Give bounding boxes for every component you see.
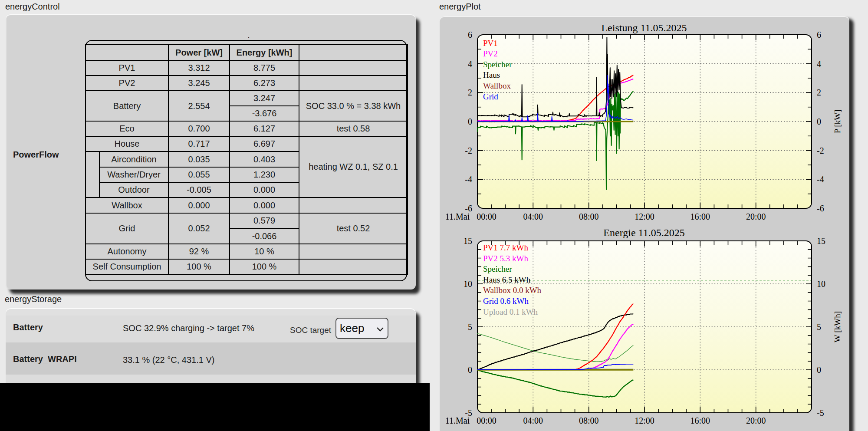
- svg-text:PV2: PV2: [483, 49, 498, 58]
- svg-text:00:00: 00:00: [477, 212, 496, 221]
- svg-text:Grid 0.6 kWh: Grid 0.6 kWh: [483, 296, 529, 306]
- svg-text:-4: -4: [817, 174, 824, 184]
- svg-text:10: 10: [817, 279, 825, 289]
- svg-text:20:00: 20:00: [746, 212, 766, 221]
- svg-text:Haus 6.5 kWh: Haus 6.5 kWh: [483, 275, 531, 284]
- svg-text:10: 10: [464, 279, 472, 289]
- svg-text:Grid: Grid: [483, 92, 498, 101]
- svg-text:-2: -2: [465, 146, 472, 155]
- svg-text:Upload 0.1 kWh: Upload 0.1 kWh: [483, 307, 538, 316]
- svg-text:-6: -6: [817, 204, 824, 213]
- svg-text:P [kW]: P [kW]: [833, 110, 842, 134]
- svg-text:04:00: 04:00: [523, 416, 543, 425]
- svg-text:04:00: 04:00: [523, 212, 543, 221]
- svg-text:-4: -4: [465, 174, 472, 184]
- svg-text:Speicher: Speicher: [483, 264, 512, 273]
- svg-text:0: 0: [468, 365, 472, 375]
- svg-text:5: 5: [817, 322, 821, 332]
- svg-text:2: 2: [468, 88, 472, 97]
- svg-text:16:00: 16:00: [690, 212, 710, 221]
- svg-text:12:00: 12:00: [635, 212, 654, 221]
- svg-text:5: 5: [468, 322, 472, 332]
- svg-text:-2: -2: [817, 146, 824, 155]
- svg-text:W [kWh]: W [kWh]: [833, 311, 842, 342]
- svg-text:08:00: 08:00: [579, 212, 599, 221]
- svg-text:08:00: 08:00: [579, 416, 599, 425]
- svg-text:Wallbox: Wallbox: [483, 81, 511, 90]
- svg-text:00:00: 00:00: [477, 416, 496, 425]
- svg-text:4: 4: [817, 59, 821, 69]
- svg-text:6: 6: [817, 30, 821, 39]
- svg-text:15: 15: [464, 236, 472, 246]
- svg-text:11.Mai: 11.Mai: [445, 212, 470, 221]
- svg-text:4: 4: [468, 59, 472, 69]
- svg-text:0: 0: [817, 365, 821, 375]
- svg-text:PV2 5.3 kWh: PV2 5.3 kWh: [483, 254, 528, 263]
- svg-text:2: 2: [817, 88, 821, 97]
- svg-text:PV1 7.7 kWh: PV1 7.7 kWh: [483, 243, 528, 252]
- svg-text:Energie 11.05.2025: Energie 11.05.2025: [603, 227, 684, 238]
- svg-text:Haus: Haus: [483, 70, 500, 79]
- svg-text:PV1: PV1: [483, 39, 498, 48]
- svg-text:0: 0: [817, 117, 821, 126]
- svg-text:0: 0: [468, 117, 472, 126]
- svg-text:15: 15: [817, 236, 825, 246]
- svg-text:Leistung 11.05.2025: Leistung 11.05.2025: [601, 22, 687, 33]
- svg-text:Wallbox 0.0 kWh: Wallbox 0.0 kWh: [483, 286, 542, 295]
- svg-text:Speicher: Speicher: [483, 60, 512, 69]
- svg-text:6: 6: [468, 30, 472, 39]
- svg-text:16:00: 16:00: [690, 416, 710, 425]
- svg-text:11.Mai: 11.Mai: [445, 416, 470, 425]
- svg-text:-5: -5: [817, 408, 824, 418]
- svg-text:12:00: 12:00: [635, 416, 654, 425]
- svg-text:20:00: 20:00: [746, 416, 766, 425]
